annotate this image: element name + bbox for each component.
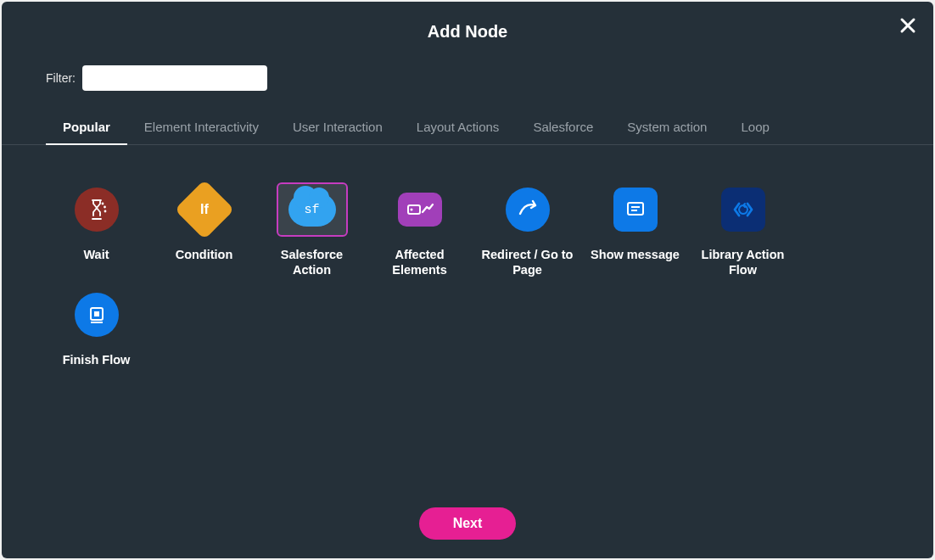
node-affected-elements[interactable]: Affected Elements: [369, 182, 470, 277]
add-node-modal: Add Node Filter: Popular Element Interac…: [2, 2, 933, 558]
wait-icon-box: [61, 182, 132, 237]
node-wait[interactable]: Wait: [46, 182, 147, 262]
redirect-icon: [506, 188, 550, 232]
node-label: Condition: [176, 247, 233, 262]
svg-point-1: [104, 206, 106, 209]
modal-footer: Next: [2, 490, 933, 540]
node-salesforce-action[interactable]: sf Salesforce Action: [261, 182, 362, 277]
svg-point-2: [104, 210, 106, 213]
svg-rect-9: [94, 311, 99, 316]
node-label: Show message: [591, 247, 680, 262]
tab-popular[interactable]: Popular: [46, 111, 127, 144]
next-button[interactable]: Next: [419, 507, 517, 540]
tab-salesforce[interactable]: Salesforce: [516, 111, 610, 144]
filter-label: Filter:: [46, 71, 76, 85]
svg-point-0: [101, 203, 104, 205]
affected-elements-icon: [398, 193, 442, 227]
library-action-flow-icon: [721, 188, 765, 232]
tab-element-interactivity[interactable]: Element Interactivity: [127, 111, 276, 144]
condition-icon-box: If: [169, 182, 240, 237]
library-icon-box: [708, 182, 779, 237]
svg-point-4: [410, 209, 412, 211]
node-library-action-flow[interactable]: Library Action Flow: [692, 182, 793, 277]
svg-rect-5: [628, 203, 643, 215]
affected-elements-icon-box: [384, 182, 456, 237]
node-finish-flow[interactable]: Finish Flow: [46, 288, 147, 367]
show-message-icon: [613, 188, 658, 232]
tab-loop[interactable]: Loop: [724, 111, 786, 144]
modal-title: Add Node: [2, 17, 933, 65]
node-label: Wait: [83, 247, 109, 262]
node-label: Redirect / Go to Page: [477, 247, 578, 277]
finish-flow-icon: [75, 293, 119, 337]
node-show-message[interactable]: Show message: [585, 182, 686, 262]
node-label: Finish Flow: [63, 352, 131, 367]
tab-user-interaction[interactable]: User Interaction: [276, 111, 400, 144]
node-label: Library Action Flow: [692, 247, 793, 277]
finish-flow-icon-box: [61, 288, 132, 342]
node-redirect[interactable]: Redirect / Go to Page: [477, 182, 578, 277]
salesforce-icon-box: sf: [277, 182, 348, 237]
tabs-bar: Popular Element Interactivity User Inter…: [2, 111, 933, 145]
node-condition[interactable]: If Condition: [154, 182, 255, 262]
show-message-icon-box: [600, 182, 671, 237]
tab-layout-actions[interactable]: Layout Actions: [400, 111, 517, 144]
condition-icon: If: [174, 180, 234, 240]
wait-icon: [75, 188, 119, 232]
svg-rect-3: [408, 205, 420, 214]
tab-system-action[interactable]: System action: [610, 111, 724, 144]
redirect-icon-box: [492, 182, 563, 237]
node-label: Salesforce Action: [261, 247, 362, 277]
filter-input[interactable]: [82, 65, 267, 91]
close-button[interactable]: [899, 17, 916, 34]
node-label: Affected Elements: [369, 247, 470, 277]
close-icon: [899, 17, 916, 34]
node-grid: Wait If Condition sf Salesforce Action A…: [2, 145, 933, 367]
salesforce-icon: sf: [288, 193, 336, 227]
filter-row: Filter:: [2, 65, 933, 111]
